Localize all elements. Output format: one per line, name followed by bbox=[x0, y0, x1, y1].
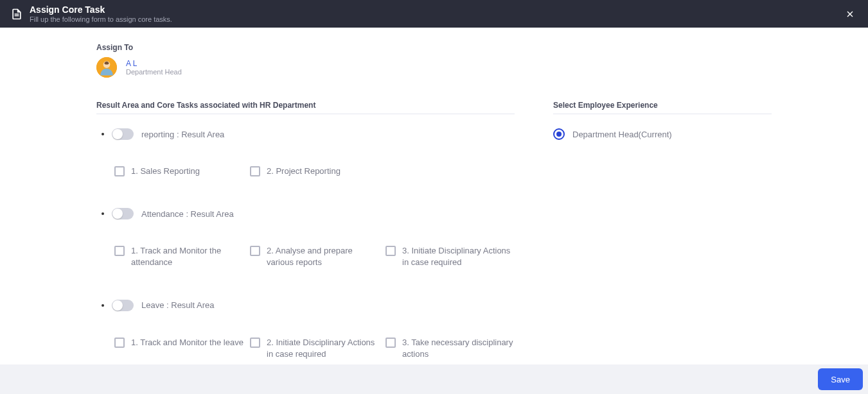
tasks-grid: 1. Track and Monitor the attendance 2. A… bbox=[96, 245, 515, 268]
result-area-label: reporting : Result Area bbox=[141, 130, 224, 139]
bullet-icon bbox=[102, 212, 104, 215]
task-label: 1. Track and Monitor the leave bbox=[131, 337, 244, 348]
result-area-label: Attendance : Result Area bbox=[141, 209, 234, 219]
task-checkbox[interactable] bbox=[385, 246, 396, 256]
modal-subtitle: Fill up the following form to assign cor… bbox=[30, 15, 172, 23]
task-item: 2. Analyse and prepare various reports bbox=[250, 245, 379, 268]
task-label: 2. Project Reporting bbox=[267, 166, 341, 177]
task-checkbox[interactable] bbox=[250, 166, 260, 176]
task-label: 3. Take necessary disciplinary actions bbox=[402, 337, 515, 360]
experience-option[interactable]: Department Head(Current) bbox=[553, 128, 772, 140]
result-area-label: Leave : Result Area bbox=[141, 300, 214, 310]
radio-label: Department Head(Current) bbox=[572, 130, 672, 139]
task-item: 3. Take necessary disciplinary actions bbox=[385, 337, 515, 360]
task-checkbox[interactable] bbox=[114, 166, 125, 176]
assignee-info: A L Department Head bbox=[126, 59, 182, 76]
header-left: Assign Core Task Fill up the following f… bbox=[10, 4, 172, 23]
result-area-header: Leave : Result Area bbox=[96, 300, 515, 311]
save-button[interactable]: Save bbox=[818, 368, 863, 390]
assign-to-label: Assign To bbox=[96, 43, 772, 52]
toggle-knob bbox=[112, 300, 123, 311]
task-item: 2. Initiate Disciplinary Actions in case… bbox=[250, 337, 379, 360]
bullet-icon bbox=[102, 304, 104, 307]
toggle-knob bbox=[112, 209, 123, 219]
task-checkbox[interactable] bbox=[114, 246, 125, 256]
close-button[interactable] bbox=[842, 6, 858, 22]
assignee-name: A L bbox=[126, 59, 182, 68]
result-area-leave: Leave : Result Area 1. Track and Monitor… bbox=[96, 300, 515, 360]
toggle-knob bbox=[112, 129, 123, 139]
employee-experience-header: Select Employee Experience bbox=[553, 101, 772, 114]
task-label: 1. Sales Reporting bbox=[131, 166, 200, 177]
task-checkbox[interactable] bbox=[114, 338, 125, 348]
task-item: 1. Sales Reporting bbox=[114, 166, 244, 177]
avatar bbox=[96, 57, 117, 78]
task-item: 2. Project Reporting bbox=[250, 166, 379, 177]
header-text: Assign Core Task Fill up the following f… bbox=[30, 4, 172, 23]
modal-header: Assign Core Task Fill up the following f… bbox=[0, 0, 868, 28]
tasks-grid: 1. Sales Reporting 2. Project Reporting bbox=[96, 166, 515, 177]
result-area-header: reporting : Result Area bbox=[96, 128, 515, 140]
assign-to-section: Assign To A L Department Head bbox=[96, 43, 772, 78]
task-label: 1. Track and Monitor the attendance bbox=[131, 245, 244, 268]
left-column: Result Area and Core Tasks associated wi… bbox=[96, 101, 515, 391]
task-item: 1. Track and Monitor the leave bbox=[114, 337, 244, 360]
assignee-row: A L Department Head bbox=[96, 57, 772, 78]
bullet-icon bbox=[102, 133, 104, 135]
radio-inner bbox=[556, 132, 562, 137]
result-area-reporting: reporting : Result Area 1. Sales Reporti… bbox=[96, 128, 515, 177]
tasks-grid: 1. Track and Monitor the leave 2. Initia… bbox=[96, 337, 515, 360]
modal-title: Assign Core Task bbox=[30, 4, 172, 15]
toggle-reporting[interactable] bbox=[112, 128, 134, 140]
task-label: 3. Initiate Disciplinary Actions in case… bbox=[402, 245, 515, 268]
right-column: Select Employee Experience Department He… bbox=[553, 101, 772, 391]
document-icon bbox=[10, 8, 23, 21]
task-label: 2. Analyse and prepare various reports bbox=[267, 245, 379, 268]
assignee-role: Department Head bbox=[126, 68, 182, 76]
modal-content: Assign To A L Department Head Result Are… bbox=[0, 28, 868, 391]
modal-footer: Save bbox=[0, 364, 868, 394]
task-checkbox[interactable] bbox=[385, 338, 396, 348]
toggle-attendance[interactable] bbox=[112, 208, 134, 219]
task-item: 3. Initiate Disciplinary Actions in case… bbox=[385, 245, 515, 268]
task-checkbox[interactable] bbox=[250, 338, 260, 348]
result-area-attendance: Attendance : Result Area 1. Track and Mo… bbox=[96, 208, 515, 268]
task-item: 1. Track and Monitor the attendance bbox=[114, 245, 244, 268]
task-checkbox[interactable] bbox=[250, 246, 260, 256]
toggle-leave[interactable] bbox=[112, 300, 134, 311]
result-area-section-header: Result Area and Core Tasks associated wi… bbox=[96, 101, 515, 114]
two-column-layout: Result Area and Core Tasks associated wi… bbox=[96, 101, 772, 391]
task-label: 2. Initiate Disciplinary Actions in case… bbox=[267, 337, 379, 360]
result-area-header: Attendance : Result Area bbox=[96, 208, 515, 219]
radio-button[interactable] bbox=[553, 128, 565, 140]
